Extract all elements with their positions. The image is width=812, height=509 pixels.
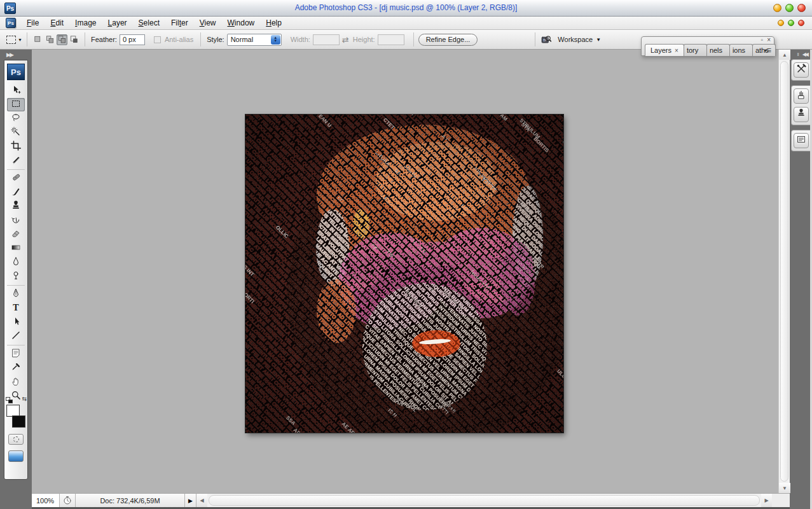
vertical-scrollbar[interactable]: ▲ ▼: [778, 50, 790, 493]
style-dropdown[interactable]: Normal ▲▼: [227, 34, 282, 46]
anti-alias-checkbox[interactable]: [154, 36, 161, 43]
tab-nels[interactable]: nels: [706, 44, 730, 56]
menu-help[interactable]: Help: [260, 17, 287, 29]
menu-file[interactable]: File: [21, 17, 45, 29]
horizontal-scrollbar[interactable]: ◀ ▶: [196, 494, 790, 507]
menu-filter[interactable]: Filter: [165, 17, 194, 29]
move-tool[interactable]: [7, 84, 25, 97]
add-to-selection-button[interactable]: [45, 34, 55, 45]
scroll-up-icon[interactable]: ▲: [779, 50, 790, 60]
hand-tool-icon: [11, 376, 21, 389]
lasso-tool[interactable]: [7, 112, 25, 125]
tab-close-icon[interactable]: ×: [675, 47, 678, 54]
menu-edit[interactable]: Edit: [45, 17, 69, 29]
menu-view[interactable]: View: [194, 17, 222, 29]
toolbox: Ps T ⇆: [4, 60, 28, 480]
status-flyout-button[interactable]: ▶: [185, 494, 196, 507]
tab-layers[interactable]: Layers×: [645, 44, 684, 56]
horizontal-scroll-thumb[interactable]: [209, 495, 760, 506]
notes-tool[interactable]: [7, 347, 25, 361]
tool-list: T: [7, 84, 25, 403]
feather-input[interactable]: 0 px: [120, 34, 145, 45]
subtract-from-selection-button[interactable]: [57, 34, 67, 45]
history-brush-tool[interactable]: [7, 214, 25, 227]
gradient-tool-icon: [11, 242, 21, 255]
workspace-dropdown[interactable]: Workspace ▼: [558, 36, 601, 43]
expand-dock-icon[interactable]: ◀◀: [802, 52, 808, 57]
blur-tool-icon: [11, 256, 21, 269]
palette-dock: ‖ ◀◀: [790, 50, 810, 509]
clone-stamp-tool[interactable]: [7, 200, 25, 213]
eyedropper-tool[interactable]: [7, 361, 25, 375]
type-tool[interactable]: T: [7, 302, 25, 315]
background-color-swatch[interactable]: [12, 415, 25, 428]
menu-bar: Ps FileEditImageLayerSelectFilterViewWin…: [0, 17, 812, 30]
scroll-left-icon[interactable]: ◀: [196, 494, 207, 507]
divider: [535, 32, 535, 46]
menu-layer[interactable]: Layer: [102, 17, 133, 29]
blur-tool[interactable]: [7, 256, 25, 269]
eraser-tool[interactable]: [7, 228, 25, 241]
palette-menu-icon[interactable]: ▾☰: [764, 48, 771, 53]
divider: [413, 32, 414, 46]
line-tool[interactable]: [7, 330, 25, 343]
palette-button-brushes[interactable]: [794, 88, 809, 104]
new-selection-button[interactable]: [32, 34, 43, 45]
scroll-right-icon[interactable]: ▶: [761, 494, 772, 507]
tool-divider: [7, 169, 25, 170]
vertical-scroll-thumb[interactable]: [780, 61, 788, 482]
style-label: Style:: [207, 36, 224, 43]
collapse-toolbox-icon[interactable]: ▶▶: [6, 52, 13, 58]
window-title: Adobe Photoshop CS3 - [dj music.psd @ 10…: [0, 3, 812, 12]
toolbox-dock: ▶▶ Ps T ⇆: [0, 50, 32, 509]
bridge-icon[interactable]: Br: [541, 34, 551, 45]
scroll-down-icon[interactable]: ▼: [779, 483, 790, 493]
pen-tool[interactable]: [7, 288, 25, 301]
close-button[interactable]: [797, 4, 806, 12]
doc-restore-button[interactable]: [788, 20, 794, 26]
screen-mode-button[interactable]: [8, 450, 24, 462]
magic-wand-tool[interactable]: [7, 126, 25, 139]
horizontal-scroll-track[interactable]: [207, 494, 761, 507]
selection-mode-buttons: [32, 34, 80, 45]
pen-tool-icon: [11, 288, 21, 301]
document-size-info: Doc: 732,4K/6,59M: [76, 494, 185, 507]
palette-button-layer-comps[interactable]: [794, 133, 809, 148]
marquee-tool-icon: [11, 99, 21, 111]
slice-tool[interactable]: [7, 154, 25, 167]
minimize-button[interactable]: [773, 4, 781, 12]
swap-colors-icon[interactable]: ⇆: [22, 396, 27, 402]
palette-button-clone-source[interactable]: [794, 107, 809, 122]
menu-window[interactable]: Window: [222, 17, 261, 29]
doc-minimize-button[interactable]: [778, 20, 784, 26]
intersect-selection-button[interactable]: [69, 34, 79, 45]
canvas-artwork[interactable]: [245, 115, 563, 433]
quick-mask-button[interactable]: [8, 434, 24, 445]
doc-close-button[interactable]: [798, 20, 804, 26]
magic-wand-tool-icon: [11, 127, 21, 139]
tab-tory[interactable]: tory: [684, 44, 707, 56]
stepper-icon[interactable]: ▲▼: [271, 35, 280, 45]
marquee-tool[interactable]: [7, 98, 25, 111]
menu-select[interactable]: Select: [133, 17, 165, 29]
history-brush-tool-icon: [11, 214, 21, 227]
vertical-scroll-track[interactable]: [779, 60, 790, 483]
tab-ions[interactable]: ions: [729, 44, 753, 56]
palette-button-tool-presets[interactable]: [794, 62, 809, 78]
color-swatches: ⇆: [6, 405, 25, 428]
tool-preset-picker[interactable]: ▼: [6, 36, 22, 44]
notes-tool-icon: [11, 348, 21, 361]
crop-tool[interactable]: [7, 140, 25, 153]
maximize-button[interactable]: [785, 4, 794, 12]
gradient-tool[interactable]: [7, 242, 25, 255]
document-canvas[interactable]: [245, 115, 563, 433]
brush-tool[interactable]: [7, 186, 25, 199]
refine-edge-button[interactable]: Refine Edge...: [418, 34, 478, 46]
path-selection-tool[interactable]: [7, 316, 25, 329]
default-colors-icon[interactable]: [6, 397, 13, 403]
zoom-level-field[interactable]: 100%: [32, 494, 60, 507]
hand-tool[interactable]: [7, 375, 25, 389]
dodge-tool[interactable]: [7, 270, 25, 283]
menu-image[interactable]: Image: [69, 17, 102, 29]
healing-brush-tool[interactable]: [7, 172, 25, 185]
